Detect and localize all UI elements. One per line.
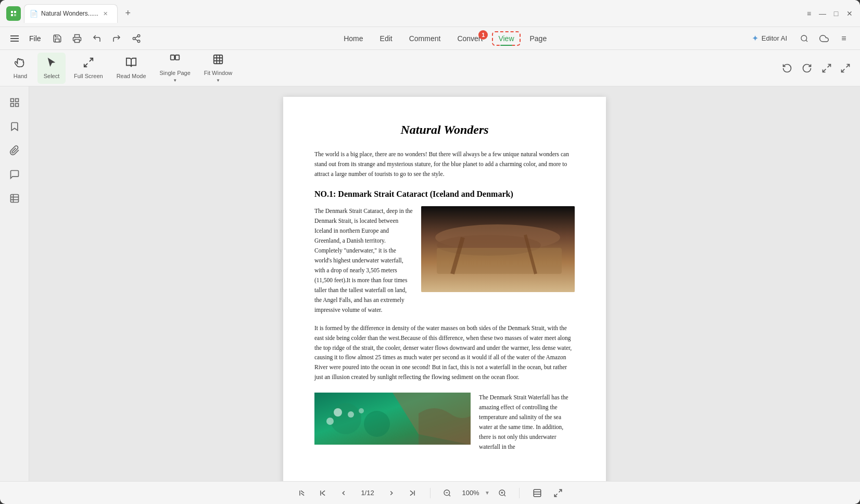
page-prev-prev-button[interactable] [315, 486, 330, 500]
window-controls: ≡ — □ ✕ [805, 9, 854, 18]
select-tool-label: Select [44, 73, 60, 79]
profile-menu-button[interactable]: ≡ [836, 31, 852, 46]
svg-point-3 [133, 37, 135, 40]
cloud-button[interactable] [816, 31, 832, 46]
tab-label: Natural Wonders...... [41, 10, 98, 17]
nav-view[interactable]: View [492, 31, 520, 46]
redo-button[interactable] [109, 31, 124, 46]
readmode-tool-button[interactable]: Read Mode [111, 53, 151, 84]
svg-rect-19 [15, 99, 18, 102]
svg-point-35 [334, 408, 342, 417]
svg-point-38 [326, 418, 334, 425]
minimize-button[interactable]: — [818, 9, 827, 18]
svg-line-10 [84, 64, 87, 67]
fitwindow-icon [212, 54, 224, 68]
hand-tool-label: Hand [14, 73, 27, 79]
section1-paragraph2: It is formed by the difference in densit… [314, 323, 575, 383]
title-bar: 📄 Natural Wonders...... ✕ + ≡ — □ ✕ [0, 0, 860, 27]
fullscreen-bottom-button[interactable] [551, 486, 565, 500]
svg-point-37 [359, 408, 364, 413]
page-next-button[interactable] [384, 486, 399, 500]
toolbar: Hand Select Full Screen Read Mode Single… [0, 50, 860, 86]
singlepage-tool-button[interactable]: Single Page ▼ [155, 53, 196, 84]
svg-line-45 [449, 495, 450, 496]
sidebar-thumbnail-button[interactable] [5, 93, 24, 112]
select-tool-button[interactable]: Select [37, 53, 66, 84]
readmode-tool-label: Read Mode [117, 73, 146, 79]
hamburger-menu-button[interactable] [8, 33, 21, 44]
close-button[interactable]: ✕ [845, 9, 854, 18]
sidebar-layers-button[interactable] [5, 188, 24, 208]
nav-comment[interactable]: Comment [402, 31, 448, 46]
rotate-right-button[interactable] [799, 60, 815, 77]
svg-line-9 [90, 58, 93, 61]
pdf-page: Natural Wonders The world is a big place… [283, 97, 606, 481]
svg-rect-51 [534, 489, 541, 497]
fit-page-button[interactable] [530, 486, 545, 500]
zoom-dropdown-arrow[interactable]: ▼ [485, 490, 490, 496]
zoom-in-button[interactable] [496, 487, 509, 499]
nav-edit[interactable]: Edit [373, 31, 400, 46]
active-tab[interactable]: 📄 Natural Wonders...... ✕ [24, 4, 118, 23]
app-window: 📄 Natural Wonders...... ✕ + ≡ — □ ✕ File [0, 0, 860, 504]
star-icon: ✦ [752, 33, 758, 43]
expand-buttons [818, 60, 854, 77]
tab-area: 📄 Natural Wonders...... ✕ + [6, 4, 801, 23]
svg-line-8 [806, 40, 807, 42]
fullscreen-tool-button[interactable]: Full Screen [69, 53, 108, 84]
sidebar-comment-button[interactable] [5, 165, 24, 184]
svg-line-15 [823, 69, 826, 72]
file-menu-item[interactable]: File [25, 32, 45, 45]
app-logo [6, 6, 21, 21]
save-button[interactable] [49, 31, 65, 46]
hamburger-control[interactable]: ≡ [805, 9, 813, 18]
document-title: Natural Wonders [314, 123, 575, 137]
zoom-value: 100% [460, 489, 482, 497]
fitwindow-tool-button[interactable]: Fit Window ▼ [199, 53, 237, 84]
svg-line-39 [301, 493, 304, 496]
undo-button[interactable] [89, 31, 105, 46]
zoom-out-button[interactable] [441, 487, 453, 499]
toolbar-right [779, 60, 854, 77]
editor-ai-button[interactable]: ✦ Editor AI [747, 31, 792, 45]
fullscreen-tool-label: Full Screen [74, 73, 103, 79]
sidebar-attachment-button[interactable] [5, 141, 24, 160]
hand-tool-button[interactable]: Hand [6, 53, 34, 84]
sidebar-bookmark-button[interactable] [5, 117, 24, 136]
fullscreen-expand-button[interactable] [837, 60, 854, 77]
readmode-icon [125, 57, 137, 71]
section1-content-row: The Denmark Strait Cataract, deep in the… [314, 206, 575, 315]
section1-paragraph1: The Denmark Strait Cataract, deep in the… [314, 206, 413, 315]
menu-left: File [8, 31, 144, 46]
nav-home[interactable]: Home [336, 31, 370, 46]
nav-page[interactable]: Page [523, 31, 554, 46]
svg-line-17 [842, 69, 845, 72]
print-button[interactable] [69, 31, 85, 46]
page-prev-button[interactable] [336, 486, 351, 500]
svg-line-55 [554, 494, 557, 496]
document-area[interactable]: Natural Wonders The world is a big place… [29, 86, 860, 481]
collapse-expand-button[interactable] [818, 60, 835, 77]
search-button[interactable] [796, 31, 812, 46]
nav-menu: Home Edit Comment Convert 1 View Page [146, 31, 744, 46]
svg-rect-12 [175, 55, 179, 59]
svg-point-34 [364, 411, 390, 437]
select-icon [46, 57, 57, 71]
svg-line-54 [559, 489, 561, 492]
svg-point-7 [801, 35, 807, 41]
svg-rect-1 [74, 39, 79, 42]
add-tab-button[interactable]: + [121, 6, 135, 21]
svg-rect-0 [14, 14, 16, 16]
fullscreen-icon [83, 57, 94, 71]
nav-convert[interactable]: Convert 1 [450, 31, 490, 46]
rotate-left-button[interactable] [779, 60, 795, 77]
bottom-bar: 1/12 100% ▼ [0, 481, 860, 504]
notification-badge: 1 [478, 30, 488, 40]
page-first-button[interactable] [295, 486, 309, 500]
svg-point-36 [348, 411, 354, 418]
page-last-button[interactable] [405, 486, 420, 500]
maximize-button[interactable]: □ [832, 9, 840, 18]
share-button[interactable] [129, 31, 144, 46]
tab-close-button[interactable]: ✕ [102, 9, 110, 18]
svg-line-14 [828, 64, 831, 67]
